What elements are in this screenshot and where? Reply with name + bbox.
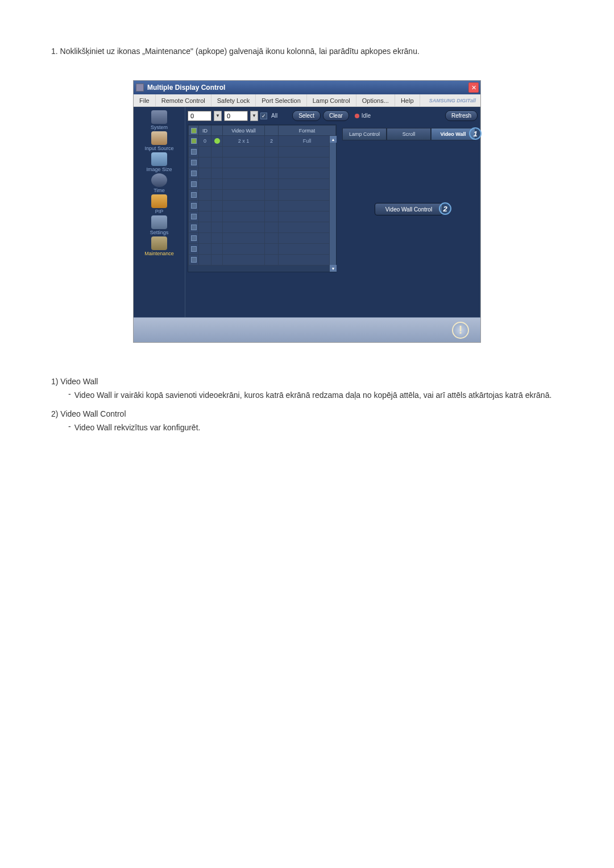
video-wall-control-button[interactable]: Video Wall Control 2 [375,203,443,215]
sidebar-item-input-source[interactable]: Input Source [136,131,182,151]
row-checkbox[interactable] [191,203,197,209]
header-checkbox-icon[interactable] [191,128,197,134]
scrollbar[interactable]: ▲ ▼ [329,136,336,272]
dropdown-arrow-1[interactable]: ▼ [214,111,222,121]
table-row[interactable] [189,211,336,222]
clear-button[interactable]: Clear [323,110,349,121]
footer-bar: ! [134,317,480,342]
col-status [211,126,223,136]
table-row[interactable] [189,190,336,201]
list-item-1-desc: Video Wall ir vairāki kopā savienoti vid… [74,389,552,401]
sidebar: System Input Source Image Size Time PIP [134,107,185,317]
cell-id: 0 [199,136,211,147]
cell-video-wall: 2 x 1 [223,136,265,147]
sidebar-item-maintenance[interactable]: Maintenance [136,236,182,256]
menu-help[interactable]: Help [395,94,420,106]
table-row[interactable] [189,147,336,157]
sidebar-item-time[interactable]: Time [136,173,182,193]
window-title: Multiple Display Control [147,84,225,92]
info-icon[interactable]: ! [452,322,469,339]
title-bar: Multiple Display Control ✕ [134,81,480,94]
row-checkbox[interactable] [191,214,197,219]
menu-options[interactable]: Options... [356,94,395,106]
pip-icon [151,194,167,208]
row-checkbox[interactable] [191,138,197,144]
idle-dot-icon [355,114,359,118]
app-icon [136,84,144,92]
row-checkbox[interactable] [191,246,197,252]
list-item-1-title: 1) Video Wall [51,377,563,386]
idle-indicator: Idle [351,113,374,119]
sidebar-item-image-size[interactable]: Image Size [136,152,182,172]
instruction-text: 1. Noklikšķiniet uz ikonas „Maintenance"… [51,45,563,57]
cell-divider: 2 [265,136,279,147]
tab-scroll[interactable]: Scroll [387,128,431,140]
sidebar-label-input-source: Input Source [144,146,173,151]
list-item-2-title: 2) Video Wall Control [51,409,563,418]
app-window: Multiple Display Control ✕ File Remote C… [133,80,481,343]
menu-safety-lock[interactable]: Safety Lock [211,94,256,106]
table-row[interactable] [189,201,336,211]
num-field-2[interactable]: 0 [224,111,248,121]
row-checkbox[interactable] [191,160,197,165]
row-checkbox[interactable] [191,257,197,263]
table-row[interactable] [189,244,336,255]
row-checkbox[interactable] [191,225,197,230]
cell-format: Full [279,136,336,147]
select-button[interactable]: Select [292,110,321,121]
video-wall-control-label: Video Wall Control [385,206,432,213]
annotation-1: 1 [469,127,482,140]
all-checkbox[interactable] [260,113,267,119]
all-label: All [271,113,277,119]
num-field-1[interactable]: 0 [188,111,211,121]
sidebar-label-settings: Settings [150,230,169,235]
menu-lamp-control[interactable]: Lamp Control [307,94,356,106]
time-icon [151,173,167,187]
table-row[interactable]: 0 2 x 1 2 Full [189,136,336,147]
refresh-button[interactable]: Refresh [445,110,478,121]
annotation-2: 2 [439,202,451,215]
main-area: System Input Source Image Size Time PIP [134,107,480,317]
row-checkbox[interactable] [191,149,197,155]
row-checkbox[interactable] [191,192,197,198]
col-divider [265,126,279,136]
sidebar-item-settings[interactable]: Settings [136,215,182,235]
menu-port-selection[interactable]: Port Selection [256,94,306,106]
row-checkbox[interactable] [191,235,197,241]
system-icon [151,110,167,124]
status-online-icon [214,138,220,144]
sidebar-label-pip: PIP [155,209,164,214]
dropdown-arrow-2[interactable]: ▼ [250,111,258,121]
tab-lamp-control[interactable]: Lamp Control [342,128,387,140]
right-panel: Lamp Control Scroll Video Wall 1 Video W… [340,124,478,314]
tab-video-wall-label: Video Wall [440,131,466,137]
image-size-icon [151,152,167,166]
table-row[interactable] [189,255,336,265]
sidebar-item-pip[interactable]: PIP [136,194,182,214]
scroll-down-icon[interactable]: ▼ [330,265,337,272]
row-checkbox[interactable] [191,171,197,176]
tab-video-wall[interactable]: Video Wall 1 [431,128,475,140]
table-row[interactable] [189,233,336,244]
table-row[interactable] [189,222,336,233]
col-format: Format [279,126,336,136]
sidebar-item-system[interactable]: System [136,110,182,130]
center-panel: 0 ▼ 0 ▼ All Select Clear Idle Refresh [185,107,480,317]
scroll-up-icon[interactable]: ▲ [330,136,337,143]
table-row[interactable] [189,179,336,190]
dash-icon: - [68,422,71,431]
close-button[interactable]: ✕ [468,82,479,93]
menu-remote-control[interactable]: Remote Control [156,94,211,106]
list-item-2-desc: Video Wall rekvizītus var konfigurēt. [74,422,201,434]
col-video-wall: Video Wall [223,126,265,136]
display-table: ID Video Wall Format 0 2 x 1 [188,124,337,272]
tabs-row: Lamp Control Scroll Video Wall 1 [342,128,475,140]
table-row[interactable] [189,168,336,179]
table-row[interactable] [189,157,336,168]
sidebar-label-maintenance: Maintenance [144,251,174,256]
maintenance-icon [151,236,167,250]
toolbar-row: 0 ▼ 0 ▼ All Select Clear Idle Refresh [188,110,478,121]
description-list: 1) Video Wall - Video Wall ir vairāki ko… [51,377,563,434]
row-checkbox[interactable] [191,181,197,187]
menu-file[interactable]: File [134,94,156,106]
